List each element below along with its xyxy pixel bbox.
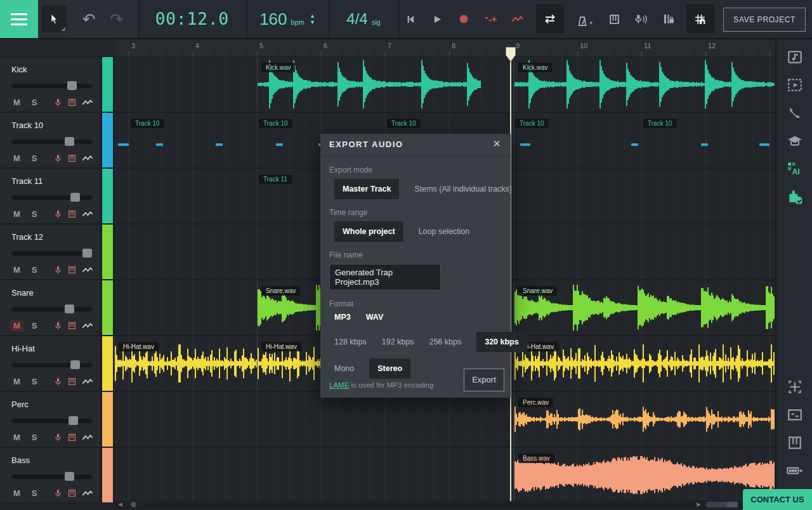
- midi-note[interactable]: [122, 143, 129, 146]
- close-icon[interactable]: ×: [489, 136, 504, 152]
- horizontal-scrollbar[interactable]: ◀ ▶: [114, 500, 775, 509]
- piano-icon[interactable]: [67, 489, 77, 497]
- track-header-track-11[interactable]: Track 11MS: [0, 169, 100, 223]
- solo-button[interactable]: S: [29, 488, 41, 499]
- mute-button[interactable]: M: [10, 376, 23, 387]
- solo-button[interactable]: S: [29, 265, 41, 275]
- cursor-tool-button[interactable]: [42, 6, 67, 32]
- midi-note[interactable]: [216, 143, 223, 146]
- midi-clip[interactable]: Track 10: [639, 113, 768, 167]
- track-header-perc[interactable]: PercMS: [0, 392, 100, 447]
- solo-button[interactable]: S: [29, 209, 41, 219]
- bitrate-128-button[interactable]: 128 kbps: [334, 337, 367, 346]
- track-volume-slider[interactable]: [11, 474, 92, 479]
- volume-slider-handle[interactable]: [82, 249, 92, 258]
- automation-icon[interactable]: [82, 155, 93, 162]
- mute-button[interactable]: M: [10, 153, 23, 164]
- volume-slider-handle[interactable]: [67, 81, 77, 90]
- phone-icon[interactable]: [786, 104, 804, 122]
- scroll-left-icon[interactable]: ◀: [118, 501, 122, 507]
- export-mode-stems-button[interactable]: Stems (All individual tracks): [414, 185, 512, 193]
- play-button[interactable]: [429, 11, 445, 27]
- undo-button[interactable]: ↶: [76, 5, 102, 33]
- piano-icon[interactable]: [67, 377, 77, 386]
- tutorials-icon[interactable]: [786, 132, 804, 150]
- audio-clip[interactable]: Bass.wav: [514, 448, 774, 502]
- midi-note[interactable]: [631, 143, 638, 146]
- mic-icon[interactable]: [53, 98, 63, 107]
- plugins-icon[interactable]: [786, 188, 804, 206]
- input-monitoring-button[interactable]: [633, 11, 650, 27]
- midi-clip[interactable]: Track 10: [127, 113, 255, 167]
- track-volume-slider[interactable]: [11, 251, 92, 256]
- mute-button[interactable]: M: [10, 97, 23, 108]
- loop-toggle-button[interactable]: [536, 4, 564, 34]
- lame-link[interactable]: LAME: [329, 381, 349, 389]
- bpm-stepper[interactable]: ▲▼: [310, 13, 315, 25]
- hamburger-menu-button[interactable]: [0, 0, 38, 38]
- file-name-input[interactable]: Generated Trap Project.mp3: [329, 264, 441, 291]
- midi-note[interactable]: [763, 143, 769, 146]
- time-signature-value[interactable]: 4/4: [346, 10, 367, 28]
- ai-generator-icon[interactable]: AI: [786, 160, 804, 178]
- mute-button[interactable]: M: [10, 488, 23, 499]
- midi-note[interactable]: [701, 143, 708, 146]
- volume-slider-handle[interactable]: [70, 193, 80, 202]
- mute-button[interactable]: M: [10, 265, 23, 275]
- piano-icon[interactable]: [67, 322, 77, 330]
- automation-icon[interactable]: [82, 378, 93, 385]
- solo-button[interactable]: S: [29, 376, 41, 387]
- mic-icon[interactable]: [53, 321, 63, 330]
- mute-button[interactable]: M: [10, 432, 23, 443]
- solo-button[interactable]: S: [29, 432, 41, 443]
- audio-clip[interactable]: Snare.wav: [514, 280, 774, 335]
- audio-clip[interactable]: Perc.wav: [514, 392, 774, 447]
- piano-icon[interactable]: [67, 154, 77, 162]
- time-range-whole-button[interactable]: Whole project: [334, 221, 403, 242]
- solo-button[interactable]: S: [29, 320, 41, 331]
- mic-icon[interactable]: [53, 154, 63, 163]
- redo-button[interactable]: ↷: [104, 5, 129, 33]
- automation-icon[interactable]: [82, 99, 93, 106]
- timeline-ruler[interactable]: 3456789101112: [114, 39, 775, 57]
- loops-panel-icon[interactable]: [786, 76, 804, 94]
- audio-clip[interactable]: Kick.wav: [514, 57, 774, 112]
- track-lane-kick[interactable]: Kick.wavKick.wav: [114, 57, 775, 112]
- piano-icon[interactable]: [67, 98, 77, 107]
- volume-slider-handle[interactable]: [65, 472, 74, 481]
- mic-icon[interactable]: [53, 488, 63, 498]
- midi-note[interactable]: [156, 143, 163, 146]
- contact-us-button[interactable]: CONTACT US: [743, 489, 812, 510]
- bitrate-256-button[interactable]: 256 kbps: [429, 337, 461, 346]
- solo-button[interactable]: S: [29, 97, 41, 108]
- instruments-panel-icon[interactable]: [786, 48, 804, 66]
- piano-roll-icon[interactable]: [786, 434, 804, 452]
- channel-lock-button[interactable]: [660, 11, 676, 27]
- time-range-loop-button[interactable]: Loop selection: [419, 227, 470, 236]
- mic-icon[interactable]: [53, 265, 63, 275]
- track-volume-slider[interactable]: [11, 419, 92, 423]
- scroll-zoom-handle[interactable]: [131, 502, 136, 507]
- track-header-hi-hat[interactable]: Hi-HatMS: [0, 336, 100, 391]
- audio-clip[interactable]: Kick.wav: [257, 57, 480, 112]
- midi-clip[interactable]: Track 10: [511, 113, 639, 167]
- bitrate-192-button[interactable]: 192 kbps: [382, 337, 414, 346]
- editor-panel-icon[interactable]: [786, 406, 804, 424]
- scrollbar-thumb[interactable]: [706, 502, 738, 507]
- step-record-button[interactable]: [483, 11, 499, 27]
- track-volume-slider[interactable]: [11, 140, 92, 144]
- midi-note[interactable]: [276, 143, 283, 146]
- automation-icon[interactable]: [82, 211, 93, 218]
- automation-icon[interactable]: [82, 322, 93, 329]
- track-header-bass[interactable]: BassMS: [0, 448, 100, 502]
- track-header-snare[interactable]: SnareMS: [0, 280, 100, 335]
- automation-icon[interactable]: [82, 434, 93, 441]
- format-wav-button[interactable]: WAV: [366, 313, 384, 322]
- volume-slider-handle[interactable]: [70, 360, 80, 369]
- bitrate-320-button[interactable]: 320 kbps: [476, 332, 527, 352]
- snap-to-grid-button[interactable]: [686, 4, 714, 34]
- track-header-track-10[interactable]: Track 10MS: [0, 113, 100, 167]
- track-lane-perc[interactable]: Perc.wav: [114, 392, 775, 447]
- mic-icon[interactable]: [53, 433, 63, 442]
- piano-icon[interactable]: [67, 210, 77, 218]
